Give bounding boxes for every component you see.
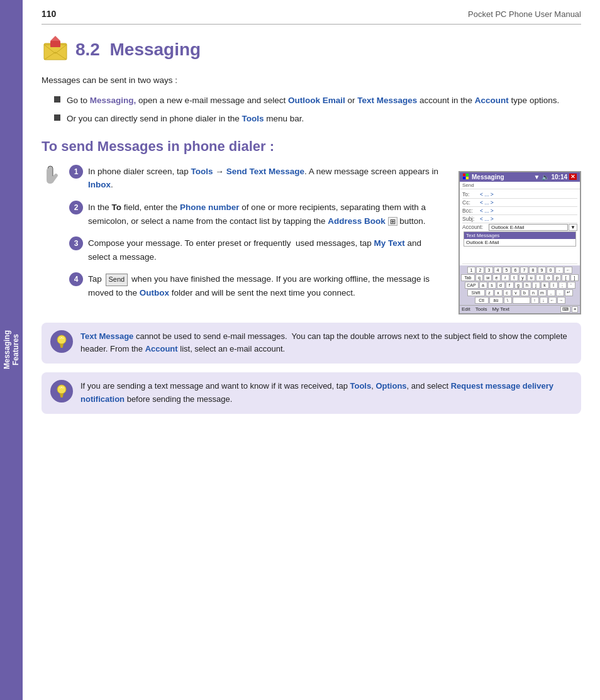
key-2[interactable]: 2 bbox=[476, 267, 484, 274]
key-left[interactable]: ← bbox=[548, 297, 557, 304]
key-9[interactable]: 9 bbox=[538, 267, 546, 274]
phone-app-title: Messaging bbox=[472, 174, 504, 181]
step-circle-3: 3 bbox=[69, 236, 83, 250]
note-icon-2 bbox=[50, 380, 73, 403]
list-item: Go to Messaging, open a new e-mail messa… bbox=[54, 94, 581, 108]
send-button-mini: Send bbox=[106, 274, 128, 286]
key-p[interactable]: p bbox=[553, 274, 562, 281]
key-backspace[interactable]: ← bbox=[564, 267, 572, 274]
key-x[interactable]: x bbox=[494, 289, 503, 296]
key-5[interactable]: 5 bbox=[503, 267, 511, 274]
section-title: 8.2 Messaging bbox=[75, 40, 201, 60]
key-up[interactable]: ↑ bbox=[531, 297, 539, 304]
step-3: 3 Compose your message. To enter preset … bbox=[69, 236, 446, 264]
key-v[interactable]: v bbox=[512, 289, 520, 296]
dropdown-arrow-icon[interactable]: ▼ bbox=[569, 224, 577, 231]
key-7[interactable]: 7 bbox=[520, 267, 528, 274]
key-j[interactable]: j bbox=[532, 282, 540, 289]
key-a[interactable]: a bbox=[479, 282, 487, 289]
note-text-1: Text Message cannot be used to send e-ma… bbox=[81, 330, 572, 357]
key-1[interactable]: 1 bbox=[467, 267, 475, 274]
key-f[interactable]: f bbox=[506, 282, 514, 289]
keyboard-row-ctrl: Ctl äü \ ↑ ↓ ← → bbox=[461, 297, 579, 304]
key-n[interactable]: n bbox=[530, 289, 538, 296]
manual-title: Pocket PC Phone User Manual bbox=[468, 9, 581, 19]
key-quote[interactable]: ' bbox=[567, 282, 575, 289]
key-0[interactable]: 0 bbox=[547, 267, 555, 274]
phone-send-row: Send bbox=[460, 182, 580, 189]
key-ctrl[interactable]: Ctl bbox=[475, 297, 489, 304]
key-t[interactable]: t bbox=[510, 274, 518, 281]
key-3[interactable]: 3 bbox=[485, 267, 493, 274]
key-6[interactable]: 6 bbox=[511, 267, 519, 274]
toolbar-icon-1[interactable]: ⌨ bbox=[560, 306, 570, 313]
key-4[interactable]: 4 bbox=[494, 267, 502, 274]
list-item: Or you can directly send in phone dialer… bbox=[54, 112, 581, 126]
key-c[interactable]: c bbox=[503, 289, 511, 296]
tools-link: Tools bbox=[242, 114, 264, 123]
toolbar-mytext[interactable]: My Text bbox=[492, 306, 509, 313]
key-cap[interactable]: CAP bbox=[465, 282, 479, 289]
tap-icon bbox=[42, 165, 69, 187]
toolbar-tools[interactable]: Tools bbox=[475, 306, 487, 313]
key-comma[interactable]: , bbox=[547, 289, 555, 296]
key-z[interactable]: z bbox=[486, 289, 494, 296]
key-shift[interactable]: Shift bbox=[467, 289, 485, 296]
key-semicolon[interactable]: ; bbox=[558, 282, 567, 289]
key-period[interactable]: . bbox=[556, 289, 564, 296]
key-u[interactable]: u bbox=[527, 274, 535, 281]
key-g[interactable]: g bbox=[514, 282, 523, 289]
key-b[interactable]: b bbox=[521, 289, 529, 296]
key-m[interactable]: m bbox=[538, 289, 547, 296]
phone-fields: To: < ... > Cc: < ... > Bcc: < ... > Sub… bbox=[460, 189, 580, 265]
key-r[interactable]: r bbox=[501, 274, 509, 281]
key-backslash[interactable]: \ bbox=[504, 297, 512, 304]
intro-text: Messages can be sent in two ways : bbox=[42, 74, 581, 87]
step-text-2: In the To field, enter the Phone number … bbox=[88, 201, 446, 228]
key-q[interactable]: q bbox=[475, 274, 484, 281]
step-4: 4 Tap Send when you have finished the me… bbox=[69, 272, 446, 299]
svg-rect-2 bbox=[50, 41, 60, 47]
key-l[interactable]: l bbox=[550, 282, 558, 289]
key-d[interactable]: d bbox=[497, 282, 505, 289]
note-icon-1 bbox=[50, 330, 73, 353]
toolbar-edit[interactable]: Edit bbox=[462, 306, 470, 313]
note-box-2: If you are sending a text message and wa… bbox=[42, 372, 581, 414]
key-down[interactable]: ↓ bbox=[540, 297, 548, 304]
key-8[interactable]: 8 bbox=[529, 267, 537, 274]
svg-marker-3 bbox=[50, 36, 60, 41]
key-k[interactable]: k bbox=[541, 282, 549, 289]
key-bracket-close[interactable]: ] bbox=[570, 274, 579, 281]
speaker-icon: 🔈 bbox=[542, 174, 549, 181]
outlook-email-link: Outlook Email bbox=[288, 96, 345, 105]
key-i[interactable]: i bbox=[536, 274, 544, 281]
key-s[interactable]: s bbox=[488, 282, 496, 289]
key-y[interactable]: y bbox=[519, 274, 527, 281]
key-w[interactable]: w bbox=[484, 274, 492, 281]
signal-icon: ▼ bbox=[534, 174, 540, 181]
key-special-chars[interactable]: äü bbox=[489, 297, 503, 304]
messaging-section-icon bbox=[42, 36, 69, 64]
key-dash[interactable]: - bbox=[555, 267, 564, 274]
lightbulb-icon-2 bbox=[56, 384, 67, 398]
key-h[interactable]: h bbox=[523, 282, 531, 289]
svg-point-17 bbox=[57, 385, 66, 394]
svg-rect-19 bbox=[60, 395, 64, 396]
toolbar-icon-2[interactable]: ≡ bbox=[572, 306, 578, 313]
svg-rect-9 bbox=[466, 177, 469, 179]
key-tab[interactable]: Tab bbox=[461, 274, 475, 281]
key-e[interactable]: e bbox=[492, 274, 501, 281]
dropdown-item-outlook: Outlook E-Mail bbox=[464, 239, 575, 246]
svg-rect-11 bbox=[60, 344, 64, 345]
sidebar-label: MessagingFeatures bbox=[3, 330, 21, 369]
key-bracket-open[interactable]: [ bbox=[562, 274, 570, 281]
phone-bcc-row: Bcc: < ... > bbox=[462, 207, 577, 215]
key-o[interactable]: o bbox=[545, 274, 553, 281]
step-circle-1: 1 bbox=[69, 165, 83, 179]
lightbulb-icon-1 bbox=[56, 335, 67, 348]
step-text-3: Compose your message. To enter preset or… bbox=[88, 236, 446, 264]
phone-account-row: Account: Outlook E-Mail ▼ bbox=[462, 223, 577, 231]
key-right[interactable]: → bbox=[557, 297, 565, 304]
key-enter[interactable]: ↵ bbox=[565, 289, 573, 296]
key-space[interactable] bbox=[513, 297, 530, 304]
